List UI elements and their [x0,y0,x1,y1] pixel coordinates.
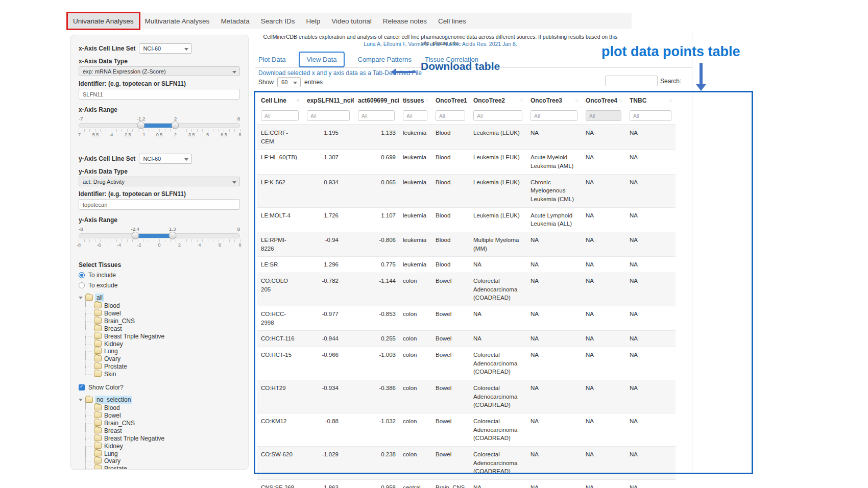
y-axis-data-type-value: act: Drug Activity [83,179,125,185]
sort-icon[interactable]: ↑↓ [575,97,577,103]
column-header-expslfn11-nci60[interactable]: ↑↓expSLFN11_nci60 [303,92,354,108]
tree-item-bowel[interactable]: Bowel [85,412,240,420]
filter-input-oncotree1[interactable] [436,110,465,121]
x-axis-range-slider[interactable]: -7 -1.2 2 8 -7-5.5-4-2.5-10.523.556.58 [79,116,240,140]
y-identifier-input[interactable] [79,199,240,210]
filter-input-expslfn11-nci60[interactable] [307,110,350,121]
tissue-include-radio[interactable]: To include [79,272,240,279]
column-header-oncotree1[interactable]: ↑↓OncoTree1 [431,92,469,108]
table-row-co-km12[interactable]: CO:KM12-0.88-1.032colonBowelColorectal A… [257,413,676,447]
tab-plot-data[interactable]: Plot Data [258,56,285,63]
sort-icon[interactable]: ↑↓ [619,97,621,103]
table-row-le-molt-4[interactable]: LE:MOLT-41.7261.107leukemiaBloodLeukemia… [257,207,676,232]
column-header-oncotree2[interactable]: ↑↓OncoTree2 [469,92,526,108]
column-header-tissues[interactable]: ↑↓tissues [399,92,431,108]
tree-item-breast[interactable]: Breast [85,325,240,333]
table-row-co-colo-205[interactable]: CO:COLO 205-0.782-1.144colonBowelColorec… [257,273,676,306]
sort-icon[interactable]: ↑↓ [425,97,427,103]
x-axis-cell-line-set-select[interactable]: NCI-60 [139,43,192,54]
column-header-oncotree3[interactable]: ↑↓OncoTree3 [526,92,582,108]
table-row-co-hct-15[interactable]: CO:HCT-15-0.966-1.003colonBowelColorecta… [257,347,676,380]
tree-item-bowel[interactable]: Bowel [85,310,240,318]
tree-root-all[interactable]: all [79,294,240,302]
nav-tab-search-ids[interactable]: Search IDs [255,13,301,29]
tree-item-brain-cns[interactable]: Brain_CNS [85,318,240,325]
tree-item-ovary[interactable]: Ovary [85,355,240,363]
table-row-co-ht29[interactable]: CO:HT29-0.934-0.386colonBowelColorectal … [257,380,676,413]
tree-item-brain-cns[interactable]: Brain_CNS [85,420,240,427]
expand-icon[interactable] [79,399,83,401]
tree-item-blood[interactable]: Blood [85,404,240,412]
tree-item-lung[interactable]: Lung [85,348,240,355]
nav-tab-help[interactable]: Help [300,13,326,29]
filter-input-tissues[interactable] [403,110,427,121]
column-header-tnbc[interactable]: ↑↓TNBC [625,92,676,108]
table-row-co-hcc-2998[interactable]: CO:HCC-2998-0.977-0.853colonBowelNANANAN… [257,306,676,331]
tab-compare-patterns[interactable]: Compare Patterns [358,56,412,63]
filter-input-cell-line[interactable] [261,110,299,121]
column-header-oncotree4[interactable]: ↑↓OncoTree4 [582,92,625,108]
column-header-cell-line[interactable]: ↑↓Cell Line [257,92,303,108]
table-row-le-hl-60-tb[interactable]: LE:HL-60(TB)1.3070.699leukemiaBloodLeuke… [257,150,676,174]
citation-link[interactable]: Luna A, Elloumi F, Varma S et al. Nuclei… [258,41,623,47]
tree-item-label: Ovary [104,355,120,362]
nav-tab-univariate-analyses[interactable]: Univariate Analyses [67,13,139,29]
tree-item-kidney[interactable]: Kidney [85,443,240,450]
tree-item-breast-triple-negative[interactable]: Breast Triple Negative [85,435,240,443]
tree-item-ovary[interactable]: Ovary [85,457,240,465]
cell: NA [625,207,676,232]
sidebar-panel: x-Axis Cell Line Set NCI-60 x-Axis Data … [70,35,249,470]
table-row-le-rpmi-8226[interactable]: LE:RPMI-8226-0.94-0.806leukemiaBloodMult… [257,232,676,257]
table-row-co-hct-116[interactable]: CO:HCT-116-0.9440.255colonBowelNANANANA [257,331,676,347]
table-row-co-sw-620[interactable]: CO:SW-620-1.0290.238colonBowelColorectal… [257,447,676,480]
table-row-le-ccrf-cem[interactable]: LE:CCRF-CEM1.1951.133leukemiaBloodLeukem… [257,125,676,150]
entries-select[interactable]: 60 [277,77,301,87]
tree-item-lung[interactable]: Lung [85,450,240,458]
nav-tab-release-notes[interactable]: Release notes [377,13,432,29]
expand-icon[interactable] [79,297,83,299]
slider-handle-from[interactable] [137,121,145,129]
x-identifier-input[interactable] [79,89,240,100]
table-row-le-k-562[interactable]: LE:K-562-0.9340.065leukemiaBloodLeukemia… [257,174,676,207]
show-color-checkbox[interactable]: Show Color? [79,384,240,391]
nav-tab-cell-lines[interactable]: Cell lines [432,13,472,29]
sort-icon[interactable]: ↑↓ [296,97,299,103]
nav-tab-metadata[interactable]: Metadata [215,13,255,29]
column-header-act609699-nci60[interactable]: ↑↓act609699_nci60 [354,92,399,108]
slider-handle-from[interactable] [131,232,139,239]
tree-item-breast-triple-negative[interactable]: Breast Triple Negative [85,333,240,340]
y-axis-cell-line-set-select[interactable]: NCI-60 [139,154,192,164]
tree-item-kidney[interactable]: Kidney [85,340,240,348]
table-row-cns-sf-268[interactable]: CNS:SF-2681.8630.958central nervous syst… [257,480,676,488]
sort-icon[interactable]: ↑↓ [520,97,522,103]
filter-input-act609699-nci60[interactable] [358,110,395,121]
filter-input-oncotree3[interactable] [531,110,577,121]
filter-input-oncotree4[interactable] [586,110,621,121]
slider-track[interactable] [79,123,240,128]
tree-root-no-selection[interactable]: no_selection [79,396,240,404]
filter-input-oncotree2[interactable] [473,110,522,121]
nav-tab-video-tutorial[interactable]: Video tutorial [326,13,377,29]
y-axis-data-type-select[interactable]: act: Drug Activity [79,177,240,186]
slider-track[interactable] [79,233,240,238]
tree-item-prostate[interactable]: Prostate [85,465,240,470]
tree-item-breast[interactable]: Breast [85,427,240,435]
tissue-exclude-radio[interactable]: To exclude [79,282,240,289]
tree-item-skin[interactable]: Skin [85,371,240,378]
search-input[interactable] [605,76,658,86]
slider-handle-to[interactable] [168,232,176,239]
nav-tab-multivariate-analyses[interactable]: Multivariate Analyses [139,13,215,29]
tree-item-prostate[interactable]: Prostate [85,363,240,371]
cell: CO:HCT-15 [257,347,303,380]
table-row-le-sr[interactable]: LE:SR1.2960.775leukemiaBloodNANANANA [257,257,676,273]
column-label: OncoTree1 [436,97,467,104]
slider-handle-to[interactable] [172,121,179,129]
filter-input-tnbc[interactable] [630,110,671,121]
tree-item-blood[interactable]: Blood [85,302,240,310]
tab-view-data[interactable]: View Data [299,52,344,67]
y-axis-range-slider[interactable]: -8 -2.4 1.3 8 -8-6-4-202468 [79,226,240,251]
sort-icon[interactable]: ↑↓ [669,97,671,103]
slider-max-label: 8 [237,226,240,232]
x-axis-data-type-select[interactable]: exp: mRNA Expression (Z-Score) [79,66,240,76]
column-label: expSLFN11_nci60 [307,97,354,104]
